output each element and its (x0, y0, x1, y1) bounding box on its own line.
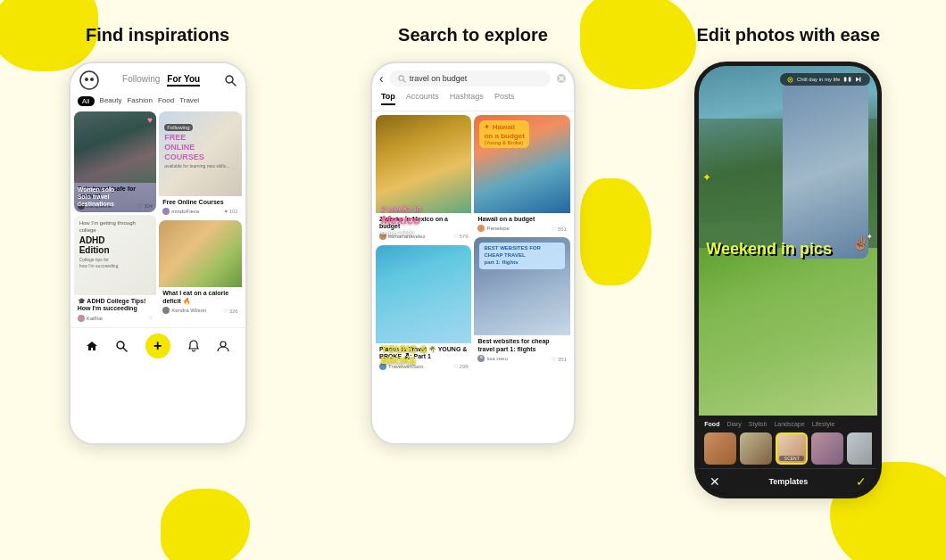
card-food-footer: What I eat on a calorie deficit 🔥 Kendra… (159, 287, 242, 317)
svg-marker-14 (790, 78, 792, 81)
svg-line-4 (232, 82, 236, 86)
svg-rect-15 (844, 78, 847, 82)
svg-point-8 (399, 75, 403, 79)
card-adhd-user: KatRat (78, 315, 103, 322)
young-title: YOUNG &BROKE (381, 343, 467, 366)
svg-point-2 (90, 78, 94, 81)
phone-edit-inner: Chill day in my life ✦ ✦ Weekend in pics… (699, 66, 877, 494)
filter-tab-stylish[interactable]: Stylish (749, 419, 768, 429)
phone-find: Following For You All Beauty Fashion Foo… (69, 62, 247, 445)
search-col-left: 2 weeks inMexicounder $700 2 weeks in Me… (376, 115, 472, 373)
card-courses-title: Free Online Courses (162, 199, 238, 206)
search-clear-icon[interactable] (556, 73, 567, 84)
profile-icon[interactable] (217, 340, 229, 352)
edit-bottom-bar: ✕ Templates ✓ (699, 468, 877, 494)
search-card-hawaii[interactable]: ✦ Hawaiion a budget (Young & Broke) Hawa… (474, 115, 570, 235)
svg-point-1 (85, 78, 88, 81)
tab-for-you[interactable]: For You (167, 74, 200, 86)
filter-tab-landscape[interactable]: Landscape (774, 419, 804, 429)
card-food[interactable]: What I eat on a calorie deficit 🔥 Kendra… (159, 220, 242, 317)
categories-bar: All Beauty Fashion Food Travel (71, 94, 245, 109)
section-edit-title: Edit photos with ease (697, 25, 881, 45)
edit-cancel-button[interactable]: ✕ (710, 474, 720, 489)
skip-icon (856, 76, 863, 83)
nav-tabs: Following For You (122, 74, 200, 86)
category-all[interactable]: All (78, 96, 95, 106)
search-tab-posts[interactable]: Posts (494, 92, 515, 105)
back-button[interactable]: ‹ (379, 71, 384, 86)
filter-thumbnails: SCENT (704, 432, 872, 465)
search-input-icon (398, 75, 406, 83)
tab-following[interactable]: Following (122, 74, 160, 86)
section-edit: Edit photos with ease (631, 0, 946, 560)
star-sticker-1: ✦ (702, 171, 711, 184)
search-query-text: travel on budget (410, 74, 468, 83)
card-adhd-footer: 🎓 ADHD College Tips! How I'm succeeding … (74, 295, 157, 325)
card-food-likes: ♡ 326 (223, 308, 238, 314)
search-card-young[interactable]: YOUNG &BROKE Places to Travel 🌴 YOUNG & … (376, 245, 472, 373)
filter-thumb-3[interactable]: SCENT (776, 432, 808, 465)
mexico-title: 2 weeks inMexicounder $700 (381, 204, 467, 237)
card-solo-overlay-text: Women soloSolo traveldestinations (78, 186, 154, 209)
phone-search: ‹ travel on budget Top Accounts Hashtags… (370, 62, 576, 445)
phone-find-header: Following For You (71, 63, 245, 94)
search-tabs: Top Accounts Hashtags Posts (372, 90, 574, 111)
story-area: Chill day in my life ✦ ✦ Weekend in pics… (699, 66, 877, 416)
feed-grid: Women soloSolo traveldestinations ♥ Solo… (71, 109, 245, 327)
filter-tab-lifestyle[interactable]: Lifestyle (812, 419, 835, 429)
search-card-cheap[interactable]: BEST WEBSITES FORCHEAP TRAVELpart 1: fli… (474, 237, 570, 365)
search-tab-accounts[interactable]: Accounts (406, 92, 439, 105)
filter-thumb-2[interactable] (740, 432, 772, 465)
feed-col-left: Women soloSolo traveldestinations ♥ Solo… (74, 111, 157, 325)
filter-tabs: Food Diary Stylish Landscape Lifestyle (704, 419, 872, 429)
search-results-grid: 2 weeks inMexicounder $700 2 weeks in Me… (372, 111, 574, 376)
home-icon[interactable] (86, 340, 98, 352)
search-col-right: ✦ Hawaiion a budget (Young & Broke) Hawa… (474, 115, 570, 373)
search-bar-row: ‹ travel on budget (372, 63, 574, 90)
feed-col-right: Following FREEONLINECOURSES available fo… (159, 111, 242, 325)
category-food[interactable]: Food (158, 96, 174, 106)
search-card-mexico[interactable]: 2 weeks inMexicounder $700 2 weeks in Me… (376, 115, 472, 243)
card-courses-footer: Free Online Courses mindoFieva ♥ 102 (159, 196, 242, 218)
create-button[interactable]: + (145, 334, 170, 358)
filter-thumb-4[interactable] (811, 432, 843, 465)
card-adhd-title: 🎓 ADHD College Tips! How I'm succeeding (78, 298, 154, 313)
section-search: Search to explore ‹ travel on budget Top… (315, 0, 630, 560)
app-logo-icon (79, 70, 99, 90)
filter-tab-diary[interactable]: Diary (726, 419, 741, 429)
search-tab-top[interactable]: Top (381, 92, 395, 105)
category-travel[interactable]: Travel (179, 96, 199, 106)
bottom-nav-bar: + (71, 327, 245, 364)
card-courses-likes: ♥ 102 (224, 209, 237, 214)
search-tab-hashtags[interactable]: Hashtags (450, 92, 484, 105)
svg-rect-16 (849, 78, 851, 82)
section-find: Find inspirations Following For You (0, 0, 315, 560)
story-main-title: Weekend in pics (706, 241, 870, 259)
search-input[interactable]: travel on budget (389, 70, 551, 86)
svg-point-7 (220, 342, 226, 347)
music-title: Chill day in my life (797, 77, 840, 82)
svg-point-0 (80, 71, 98, 89)
templates-label: Templates (768, 477, 808, 486)
card-adhd-likes: ♡ (148, 315, 153, 321)
phone-edit: Chill day in my life ✦ ✦ Weekend in pics… (694, 62, 882, 498)
edit-filters: Food Diary Stylish Landscape Lifestyle S… (699, 416, 877, 468)
card-adhd[interactable]: How I'm getting through college ADHDEdit… (74, 215, 157, 325)
pause-icon (843, 76, 852, 83)
section-find-title: Find inspirations (86, 25, 229, 45)
music-icon (787, 77, 793, 83)
music-pill[interactable]: Chill day in my life (780, 73, 870, 86)
filter-thumb-5[interactable] (847, 432, 872, 465)
card-solo[interactable]: Women soloSolo traveldestinations ♥ Solo… (74, 111, 157, 212)
filter-thumb-1[interactable] (704, 432, 736, 465)
filter-tab-food[interactable]: Food (704, 419, 719, 429)
search-icon[interactable] (224, 74, 236, 86)
card-food-title: What I eat on a calorie deficit 🔥 (162, 290, 238, 305)
category-beauty[interactable]: Beauty (100, 96, 122, 106)
bell-icon[interactable] (187, 340, 200, 352)
svg-line-9 (403, 79, 406, 82)
search-nav-icon[interactable] (115, 340, 128, 352)
edit-confirm-button[interactable]: ✓ (856, 474, 867, 489)
category-fashion[interactable]: Fashion (127, 96, 152, 106)
card-courses[interactable]: Following FREEONLINECOURSES available fo… (159, 111, 242, 218)
